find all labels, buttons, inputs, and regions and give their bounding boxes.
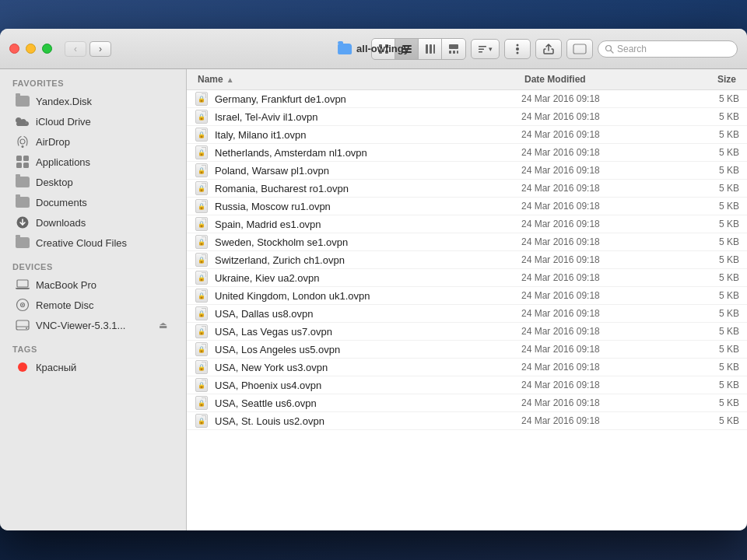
- file-icon: 🔒: [195, 378, 209, 392]
- file-name-cell: 🔒 Israel, Tel-Aviv il1.ovpn: [195, 110, 521, 124]
- column-size-header[interactable]: Size: [677, 72, 739, 86]
- svg-rect-28: [23, 163, 29, 168]
- file-icon: 🔒: [195, 110, 209, 124]
- table-row[interactable]: 🔒 Italy, Milano it1.ovpn 24 Mar 2016 09:…: [187, 126, 747, 144]
- minimize-button[interactable]: [26, 44, 36, 54]
- ovpn-file-icon: 🔒: [195, 235, 208, 249]
- sidebar-item-label: VNC-Viewer-5.3.1...: [36, 320, 125, 331]
- file-date: 24 Mar 2016 09:18: [521, 111, 677, 122]
- folder-icon: [16, 94, 30, 108]
- action-button[interactable]: [504, 39, 531, 59]
- file-size: 5 KB: [677, 362, 739, 373]
- window-title: all-owfingy: [338, 43, 409, 54]
- file-icon: 🔒: [195, 235, 209, 249]
- file-size: 5 KB: [677, 415, 739, 426]
- file-size: 5 KB: [677, 326, 739, 337]
- column-view-button[interactable]: [419, 39, 442, 59]
- forward-button[interactable]: ›: [89, 41, 111, 57]
- sidebar-item-label: Creative Cloud Files: [36, 237, 127, 249]
- eject-button[interactable]: ⏏: [159, 320, 167, 331]
- table-row[interactable]: 🔒 USA, New York us3.ovpn 24 Mar 2016 09:…: [187, 359, 747, 376]
- sidebar: Favorites Yandex.Disk iCloud Drive: [0, 69, 187, 530]
- table-row[interactable]: 🔒 USA, Phoenix us4.ovpn 24 Mar 2016 09:1…: [187, 376, 747, 394]
- lock-indicator: 🔒: [198, 257, 205, 264]
- file-name-cell: 🔒 USA, Las Vegas us7.ovpn: [195, 324, 521, 338]
- sidebar-item-creative-cloud[interactable]: Creative Cloud Files: [3, 233, 183, 253]
- column-name-header[interactable]: Name ▲: [195, 72, 521, 86]
- file-size: 5 KB: [677, 236, 739, 247]
- table-row[interactable]: 🔒 USA, Dallas us8.ovpn 24 Mar 2016 09:18…: [187, 305, 747, 323]
- file-name: Switzerland, Zurich ch1.ovpn: [215, 254, 345, 266]
- search-box[interactable]: Search: [598, 40, 738, 58]
- column-date-header[interactable]: Date Modified: [521, 72, 677, 86]
- search-placeholder: Search: [617, 44, 647, 54]
- table-row[interactable]: 🔒 Ukraine, Kiev ua2.ovpn 24 Mar 2016 09:…: [187, 269, 747, 287]
- lock-indicator: 🔒: [198, 400, 205, 407]
- file-size: 5 KB: [677, 165, 739, 176]
- file-name-cell: 🔒 Germany, Frankfurt de1.ovpn: [195, 92, 521, 106]
- sidebar-item-vnc[interactable]: VNC-Viewer-5.3.1... ⏏: [3, 315, 183, 335]
- sidebar-item-downloads[interactable]: Downloads: [3, 212, 183, 233]
- file-size: 5 KB: [677, 111, 739, 122]
- file-size: 5 KB: [677, 219, 739, 229]
- path-button[interactable]: [566, 39, 593, 59]
- file-size: 5 KB: [677, 201, 739, 212]
- share-button[interactable]: [535, 39, 562, 59]
- table-row[interactable]: 🔒 Switzerland, Zurich ch1.ovpn 24 Mar 20…: [187, 251, 747, 269]
- svg-rect-15: [479, 48, 484, 50]
- file-name: Netherlands, Amsterdam nl1.ovpn: [215, 147, 367, 159]
- file-name: Poland, Warsaw pl1.ovpn: [215, 165, 329, 177]
- table-row[interactable]: 🔒 Israel, Tel-Aviv il1.ovpn 24 Mar 2016 …: [187, 108, 747, 126]
- file-name: United Kingdom, London uk1.ovpn: [215, 290, 370, 302]
- file-name: Italy, Milano it1.ovpn: [215, 129, 307, 141]
- table-row[interactable]: 🔒 Poland, Warsaw pl1.ovpn 24 Mar 2016 09…: [187, 162, 747, 180]
- ovpn-file-icon: 🔒: [195, 199, 208, 213]
- cover-flow-button[interactable]: [442, 39, 465, 59]
- file-icon: 🔒: [195, 396, 209, 410]
- file-size: 5 KB: [677, 397, 739, 408]
- table-row[interactable]: 🔒 USA, Los Angeles us5.ovpn 24 Mar 2016 …: [187, 341, 747, 359]
- ovpn-file-icon: 🔒: [195, 324, 208, 338]
- table-row[interactable]: 🔒 Germany, Frankfurt de1.ovpn 24 Mar 201…: [187, 90, 747, 108]
- sidebar-item-airdrop[interactable]: AirDrop: [3, 131, 183, 152]
- window-title-text: all-owfingy: [356, 43, 409, 54]
- sidebar-item-label: Yandex.Disk: [36, 96, 92, 107]
- table-row[interactable]: 🔒 Romania, Bucharest ro1.ovpn 24 Mar 201…: [187, 180, 747, 198]
- sidebar-item-yandex[interactable]: Yandex.Disk: [3, 91, 183, 111]
- file-date: 24 Mar 2016 09:18: [521, 254, 677, 265]
- table-row[interactable]: 🔒 Netherlands, Amsterdam nl1.ovpn 24 Mar…: [187, 144, 747, 162]
- file-name-cell: 🔒 Russia, Moscow ru1.ovpn: [195, 199, 521, 213]
- icloud-icon: [16, 114, 30, 128]
- file-rows-container: 🔒 Germany, Frankfurt de1.ovpn 24 Mar 201…: [187, 90, 747, 430]
- sidebar-item-tag-red[interactable]: Красный: [3, 357, 183, 377]
- lock-indicator: 🔒: [198, 131, 205, 138]
- file-name-cell: 🔒 Italy, Milano it1.ovpn: [195, 128, 521, 142]
- table-row[interactable]: 🔒 Sweden, Stockholm se1.ovpn 24 Mar 2016…: [187, 233, 747, 251]
- svg-rect-31: [17, 280, 28, 287]
- sidebar-item-icloud[interactable]: iCloud Drive: [3, 111, 183, 131]
- file-date: 24 Mar 2016 09:18: [521, 344, 677, 355]
- maximize-button[interactable]: [42, 44, 52, 54]
- table-row[interactable]: 🔒 Russia, Moscow ru1.ovpn 24 Mar 2016 09…: [187, 198, 747, 215]
- close-button[interactable]: [9, 44, 19, 54]
- ovpn-file-icon: 🔒: [195, 253, 208, 267]
- sidebar-item-remote-disc[interactable]: Remote Disc: [3, 295, 183, 315]
- table-row[interactable]: 🔒 USA, St. Louis us2.ovpn 24 Mar 2016 09…: [187, 412, 747, 430]
- table-row[interactable]: 🔒 Spain, Madrid es1.ovpn 24 Mar 2016 09:…: [187, 215, 747, 233]
- table-row[interactable]: 🔒 USA, Seattle us6.ovpn 24 Mar 2016 09:1…: [187, 394, 747, 412]
- sidebar-item-applications[interactable]: Applications: [3, 152, 183, 172]
- ovpn-file-icon: 🔒: [195, 163, 208, 177]
- lock-indicator: 🔒: [198, 167, 205, 174]
- table-row[interactable]: 🔒 United Kingdom, London uk1.ovpn 24 Mar…: [187, 287, 747, 305]
- file-name-cell: 🔒 Switzerland, Zurich ch1.ovpn: [195, 253, 521, 267]
- table-row[interactable]: 🔒 USA, Las Vegas us7.ovpn 24 Mar 2016 09…: [187, 323, 747, 341]
- sidebar-item-label: Desktop: [36, 177, 73, 188]
- sidebar-item-documents[interactable]: Documents: [3, 192, 183, 212]
- file-icon: 🔒: [195, 324, 209, 338]
- applications-icon: [16, 155, 30, 169]
- back-button[interactable]: ‹: [65, 41, 86, 57]
- ovpn-file-icon: 🔒: [195, 110, 208, 124]
- arrange-dropdown[interactable]: ▾: [471, 39, 500, 59]
- sidebar-item-desktop[interactable]: Desktop: [3, 172, 183, 192]
- sidebar-item-macbook[interactable]: MacBook Pro: [3, 275, 183, 295]
